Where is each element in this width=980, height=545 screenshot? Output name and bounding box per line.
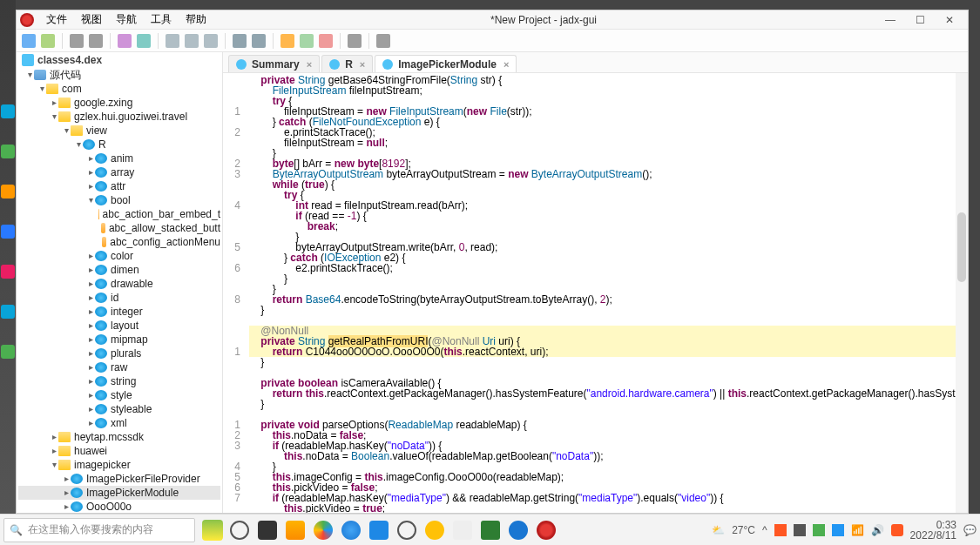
- settings-icon[interactable]: [376, 34, 390, 48]
- tree-node[interactable]: ▾gzlex.hui.guoziwei.travel: [18, 110, 220, 124]
- tree-node[interactable]: ▸id: [18, 291, 220, 305]
- add-icon[interactable]: [41, 34, 55, 48]
- save-icon[interactable]: [70, 34, 84, 48]
- app-icon[interactable]: [481, 521, 500, 540]
- tree-node[interactable]: ▸raw: [18, 360, 220, 374]
- tree-node[interactable]: ▸mipmap: [18, 333, 220, 347]
- tab-close-icon[interactable]: ×: [307, 59, 312, 70]
- tree-node[interactable]: ▸ImagePickerModule: [18, 486, 220, 500]
- tree-node[interactable]: ▾com: [18, 82, 220, 96]
- menu-导航[interactable]: 导航: [111, 10, 142, 29]
- log-icon[interactable]: [319, 34, 333, 48]
- tab-ImagePickerModule[interactable]: ImagePickerModule×: [375, 55, 517, 72]
- scroll-thumb[interactable]: [957, 212, 966, 282]
- dock-icon[interactable]: [1, 265, 15, 279]
- dock-icon[interactable]: [1, 345, 15, 359]
- app-icon[interactable]: [453, 521, 472, 540]
- dock-icon[interactable]: [1, 225, 15, 239]
- clock[interactable]: 0:33 2022/8/11: [910, 520, 956, 541]
- app-icon[interactable]: [509, 521, 528, 540]
- code-editor[interactable]: 1223456811234567 private String getBase6…: [223, 73, 968, 513]
- explorer-icon[interactable]: [286, 521, 305, 540]
- tree-node[interactable]: ▸google.zxing: [18, 96, 220, 110]
- jadx-taskbar-icon[interactable]: [537, 521, 556, 540]
- tree-node[interactable]: ▾bool: [18, 193, 220, 207]
- chrome-icon[interactable]: [314, 521, 333, 540]
- tree-node[interactable]: ▸heytap.mcssdk: [18, 430, 220, 444]
- ime-icon[interactable]: [891, 524, 903, 536]
- taskview-icon[interactable]: [230, 521, 249, 540]
- tree-node[interactable]: ▸ImagePickerFileProvider: [18, 472, 220, 486]
- tree-node[interactable]: ▸dimen: [18, 263, 220, 277]
- tree-node[interactable]: ▸xml: [18, 416, 220, 430]
- cortana-icon[interactable]: [202, 520, 223, 541]
- dell-icon[interactable]: [397, 521, 416, 540]
- notifications-icon[interactable]: 💬: [963, 524, 977, 536]
- tray-chevron-icon[interactable]: ^: [762, 524, 767, 536]
- sync-icon[interactable]: [118, 34, 132, 48]
- search-text-icon[interactable]: [204, 34, 218, 48]
- app-icon[interactable]: [258, 521, 277, 540]
- tree-node[interactable]: ▸drawable: [18, 277, 220, 291]
- tree-node[interactable]: ▸color: [18, 249, 220, 263]
- tab-Summary[interactable]: Summary×: [228, 55, 320, 72]
- tree-node[interactable]: abc_action_bar_embed_t: [18, 207, 220, 221]
- close-button[interactable]: ✕: [935, 11, 964, 29]
- taskbar-search[interactable]: 🔍 在这里输入你要搜索的内容: [3, 518, 195, 542]
- tab-R[interactable]: R×: [321, 55, 373, 72]
- dock-icon[interactable]: [1, 104, 15, 118]
- mail-icon[interactable]: [369, 521, 389, 540]
- back-icon[interactable]: [233, 34, 247, 48]
- tree-node[interactable]: abc_config_actionMenu: [18, 235, 220, 249]
- wifi-icon[interactable]: 📶: [851, 524, 864, 536]
- menu-视图[interactable]: 视图: [76, 10, 107, 29]
- tree-node[interactable]: ▸style: [18, 388, 220, 402]
- tree-node[interactable]: ▾R: [18, 138, 220, 151]
- quark-icon[interactable]: [300, 34, 314, 48]
- tray-icon[interactable]: [813, 524, 825, 536]
- tree-node[interactable]: ▸attr: [18, 179, 220, 193]
- weather-temp[interactable]: 27°C: [732, 524, 755, 536]
- menu-工具[interactable]: 工具: [145, 10, 177, 29]
- tray-icon[interactable]: [774, 524, 787, 536]
- tree-root[interactable]: classes4.dex: [17, 52, 222, 68]
- scrollbar-vertical[interactable]: [956, 73, 968, 513]
- volume-icon[interactable]: 🔊: [871, 524, 884, 536]
- weather-icon[interactable]: ⛅: [712, 524, 725, 536]
- menu-文件[interactable]: 文件: [41, 10, 72, 29]
- app-icon[interactable]: [425, 521, 444, 540]
- tree-node[interactable]: ▸OooO00o: [18, 500, 220, 513]
- forward-icon[interactable]: [252, 34, 266, 48]
- deobf-icon[interactable]: [280, 34, 294, 48]
- tree-node[interactable]: ▾imagepicker: [18, 458, 220, 472]
- menu-帮助[interactable]: 帮助: [180, 10, 212, 29]
- open-icon[interactable]: [22, 34, 36, 48]
- tree-node[interactable]: ▸styleable: [18, 402, 220, 416]
- maximize-button[interactable]: ☐: [905, 11, 935, 29]
- tree-node[interactable]: ▸huawei: [18, 444, 220, 458]
- tree-node[interactable]: ▾源代码: [18, 68, 220, 82]
- tray-icon[interactable]: [832, 524, 844, 536]
- export-icon[interactable]: [89, 34, 103, 48]
- tray-icon[interactable]: [794, 524, 806, 536]
- dock-icon[interactable]: [1, 145, 15, 158]
- tab-close-icon[interactable]: ×: [504, 59, 509, 70]
- tree-node[interactable]: ▾view: [18, 124, 220, 138]
- tree-node[interactable]: abc_allow_stacked_butt: [18, 221, 220, 235]
- code-area[interactable]: private String getBase64StringFromFile(S…: [244, 73, 968, 513]
- tree-node[interactable]: ▸anim: [18, 151, 220, 165]
- dock-icon[interactable]: [1, 305, 15, 319]
- dock-icon[interactable]: [1, 185, 15, 198]
- flat-icon[interactable]: [137, 34, 151, 48]
- memory-icon[interactable]: [348, 34, 362, 48]
- tree-node[interactable]: ▸integer: [18, 305, 220, 319]
- search-icon[interactable]: [166, 34, 179, 48]
- tree-node[interactable]: ▸array: [18, 165, 220, 179]
- tree-node[interactable]: ▸layout: [18, 319, 220, 333]
- search-class-icon[interactable]: [185, 34, 199, 48]
- tree-node[interactable]: ▸plurals: [18, 347, 220, 360]
- tab-close-icon[interactable]: ×: [360, 59, 365, 70]
- tree-node[interactable]: ▸string: [18, 374, 220, 388]
- edge-icon[interactable]: [341, 521, 361, 540]
- minimize-button[interactable]: —: [875, 11, 905, 29]
